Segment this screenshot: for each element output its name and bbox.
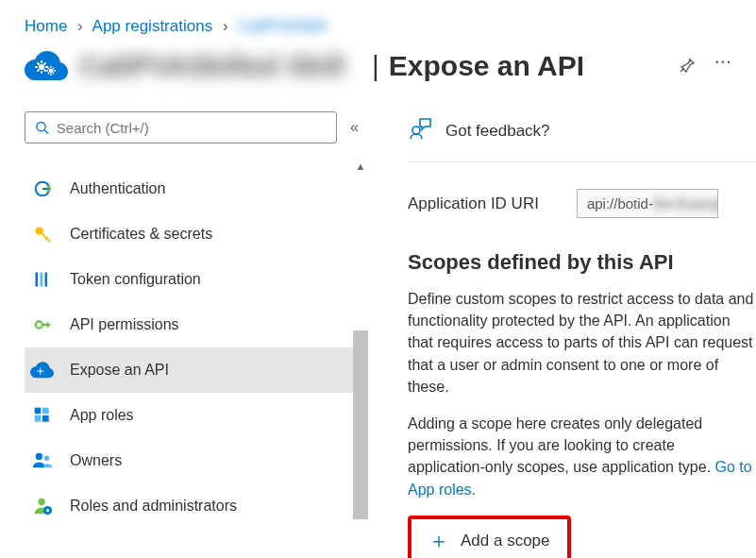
svg-point-8: [36, 321, 42, 328]
svg-point-2: [37, 122, 45, 130]
scopes-description-2: Adding a scope here creates only delegat…: [408, 413, 756, 500]
breadcrumb: Home › App registrations › CaliPVASkill: [0, 0, 756, 45]
sidebar-item-api-permissions[interactable]: API permissions: [25, 302, 355, 347]
svg-rect-11: [42, 408, 49, 414]
pin-icon[interactable]: [679, 57, 696, 76]
svg-rect-12: [35, 415, 42, 422]
breadcrumb-home[interactable]: Home: [25, 17, 67, 35]
title-separator: |: [372, 50, 379, 82]
sidebar-item-token-configuration[interactable]: Token configuration: [25, 257, 355, 302]
sidebar-item-label: Expose an API: [70, 362, 169, 379]
cloud-gear-icon: [25, 49, 70, 83]
svg-point-0: [39, 64, 44, 70]
breadcrumb-app-registrations[interactable]: App registrations: [92, 17, 213, 35]
svg-rect-7: [45, 273, 48, 287]
application-id-uri-label: Application ID URI: [408, 194, 539, 213]
sidebar-item-owners[interactable]: Owners: [25, 438, 355, 483]
application-id-uri-row: Application ID URI api://botid-the-Examp…: [408, 189, 756, 218]
sidebar-item-app-roles[interactable]: App roles: [25, 393, 355, 438]
page-header: CaliPVASkilled Skill | Expose an API ···: [0, 45, 756, 94]
chevron-right-icon: ›: [77, 17, 83, 35]
roles-admins-icon: [30, 494, 55, 518]
page-title-app-name: CaliPVASkilled Skill: [79, 50, 362, 82]
svg-point-16: [38, 499, 44, 505]
authentication-icon: [30, 177, 55, 201]
svg-point-19: [412, 127, 420, 134]
sidebar-item-label: Authentication: [70, 180, 165, 197]
sidebar-item-label: Certificates & secrets: [70, 226, 212, 243]
add-scope-button[interactable]: ＋ Add a scope: [412, 519, 567, 558]
page-title-section: Expose an API: [389, 50, 584, 82]
token-config-icon: [30, 267, 55, 292]
search-icon: [35, 120, 49, 135]
sidebar-item-roles-administrators[interactable]: Roles and administrators: [25, 483, 355, 529]
svg-rect-13: [42, 415, 49, 422]
search-input-wrap[interactable]: [25, 111, 337, 144]
left-sidebar: « Authentication Certificates & secrets …: [25, 111, 355, 558]
scrollbar-thumb[interactable]: [353, 330, 368, 519]
collapse-sidebar-icon[interactable]: «: [350, 119, 355, 136]
expose-api-icon: [30, 358, 55, 382]
feedback-link[interactable]: Got feedback?: [445, 122, 550, 141]
key-icon: [30, 222, 55, 246]
scopes-heading: Scopes defined by this API: [408, 250, 756, 275]
application-id-uri-value[interactable]: api://botid-the-Exampl: [577, 189, 718, 218]
scroll-up-icon[interactable]: ▲: [353, 161, 368, 172]
app-roles-icon: [30, 403, 55, 428]
sidebar-item-expose-api[interactable]: Expose an API: [25, 347, 355, 393]
sidebar-scrollbar[interactable]: ▲: [353, 161, 368, 519]
api-permissions-icon: [30, 313, 55, 337]
scopes-description-1: Define custom scopes to restrict access …: [408, 288, 756, 397]
feedback-icon[interactable]: [408, 117, 432, 144]
svg-point-14: [36, 453, 42, 460]
sidebar-item-label: Roles and administrators: [70, 498, 237, 515]
sidebar-item-label: App roles: [70, 407, 134, 424]
breadcrumb-app-name[interactable]: CaliPVASkill: [238, 17, 326, 35]
main-content: Got feedback? Application ID URI api://b…: [355, 111, 756, 558]
sidebar-item-label: Owners: [70, 452, 122, 469]
svg-rect-5: [36, 273, 39, 287]
svg-rect-6: [41, 273, 43, 287]
plus-icon: ＋: [428, 527, 449, 555]
svg-point-9: [39, 369, 42, 372]
svg-rect-10: [35, 408, 42, 414]
svg-point-1: [49, 69, 54, 74]
sidebar-item-certificates-secrets[interactable]: Certificates & secrets: [25, 211, 355, 257]
sidebar-item-label: Token configuration: [70, 271, 201, 288]
add-scope-label: Add a scope: [461, 532, 550, 550]
sidebar-item-authentication[interactable]: Authentication: [25, 166, 355, 211]
more-icon[interactable]: ···: [714, 57, 731, 76]
search-input[interactable]: [57, 120, 327, 136]
sidebar-nav: Authentication Certificates & secrets To…: [25, 166, 355, 529]
svg-point-15: [44, 456, 50, 462]
add-scope-highlight: ＋ Add a scope: [408, 516, 571, 558]
svg-point-18: [46, 509, 49, 512]
chevron-right-icon: ›: [223, 17, 228, 35]
owners-icon: [30, 448, 55, 473]
sidebar-item-label: API permissions: [70, 316, 179, 333]
